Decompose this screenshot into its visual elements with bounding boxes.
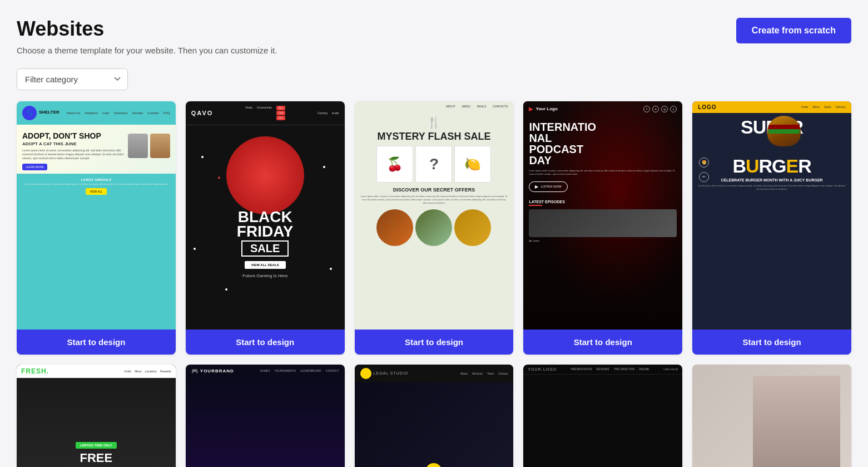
- page-container: Websites Choose a theme template for you…: [0, 0, 868, 467]
- filter-section: Filter category Business E-Commerce Port…: [17, 68, 851, 90]
- tpl1-header: 🐾 SHELTER About UsAdoptionCatsVolunteer …: [17, 101, 176, 125]
- templates-row-1: 🐾 SHELTER About UsAdoptionCatsVolunteer …: [17, 101, 851, 355]
- start-design-button-3[interactable]: Start to design: [355, 330, 514, 355]
- template-card-1: 🐾 SHELTER About UsAdoptionCatsVolunteer …: [17, 101, 176, 355]
- template-preview-10: PresentationReviewsThe DirectorOnline Jo…: [692, 365, 851, 467]
- template-card-6: FRESH. OrderMenuLocationsRewards LIMITED…: [17, 365, 176, 467]
- template-preview-1: 🐾 SHELTER About UsAdoptionCatsVolunteer …: [17, 101, 176, 330]
- template-preview-3: ABOUTMENUDEALSCONTACTS 🍴 MYSTERY FLASH S…: [355, 101, 514, 330]
- template-card-2: QAVO DealsAccessories Black Friday Sales…: [186, 101, 345, 355]
- template-preview-5: LOGO OrderMenuDealsDelivery 🍔 ✏ SUPER: [692, 101, 851, 330]
- tpl1-banner: ADOPT, DON'T SHOP ADOPT A CAT THIS JUNE …: [17, 125, 176, 174]
- page-header: Websites Choose a theme template for you…: [17, 18, 851, 55]
- start-design-button-1[interactable]: Start to design: [17, 330, 176, 355]
- start-design-button-5[interactable]: Start to design: [692, 330, 851, 355]
- header-left: Websites Choose a theme template for you…: [17, 18, 277, 55]
- template-preview-4: ▶ Your Logo f ✕ ◎ ≡ INTERNATIONALPODCAST…: [523, 101, 682, 330]
- template-preview-2: QAVO DealsAccessories Black Friday Sales…: [186, 101, 345, 330]
- template-card-5: LOGO OrderMenuDealsDelivery 🍔 ✏ SUPER: [692, 101, 851, 355]
- template-preview-9: YOUR-LOGO PRESENTATIONREVIEWSTHE DIRECTO…: [523, 365, 682, 467]
- template-card-9: YOUR-LOGO PRESENTATIONREVIEWSTHE DIRECTO…: [523, 365, 682, 467]
- filter-category-select[interactable]: Filter category Business E-Commerce Port…: [17, 68, 128, 90]
- templates-row-2: FRESH. OrderMenuLocationsRewards LIMITED…: [17, 365, 851, 467]
- tpl2-nav: QAVO DealsAccessories Black Friday Sales…: [186, 101, 345, 125]
- start-design-button-2[interactable]: Start to design: [186, 330, 345, 355]
- create-from-scratch-button[interactable]: Create from scratch: [736, 18, 851, 43]
- template-card-4: ▶ Your Logo f ✕ ◎ ≡ INTERNATIONALPODCAST…: [523, 101, 682, 355]
- template-card-7: 🎮 YOURBRAND GAMESTOURNAMENTSLEADERBOARDC…: [186, 365, 345, 467]
- template-card-10: PresentationReviewsThe DirectorOnline Jo…: [692, 365, 851, 467]
- template-preview-8: LEGAL STUDIO AboutServicesTeamContact We…: [355, 365, 514, 467]
- template-preview-7: 🎮 YOURBRAND GAMESTOURNAMENTSLEADERBOARDC…: [186, 365, 345, 467]
- page-title: Websites: [17, 18, 277, 40]
- start-design-button-4[interactable]: Start to design: [523, 330, 682, 355]
- template-card-8: LEGAL STUDIO AboutServicesTeamContact We…: [355, 365, 514, 467]
- template-preview-6: FRESH. OrderMenuLocationsRewards LIMITED…: [17, 365, 176, 467]
- page-subtitle: Choose a theme template for your website…: [17, 46, 277, 55]
- template-card-3: ABOUTMENUDEALSCONTACTS 🍴 MYSTERY FLASH S…: [355, 101, 514, 355]
- tpl2-hero: BLACKFRIDAY SALE VIEW ALL DEALS Future G…: [186, 125, 345, 330]
- tpl1-bottom: LATEST ARRIVALS Lorem ipsum dolor sit am…: [17, 174, 176, 329]
